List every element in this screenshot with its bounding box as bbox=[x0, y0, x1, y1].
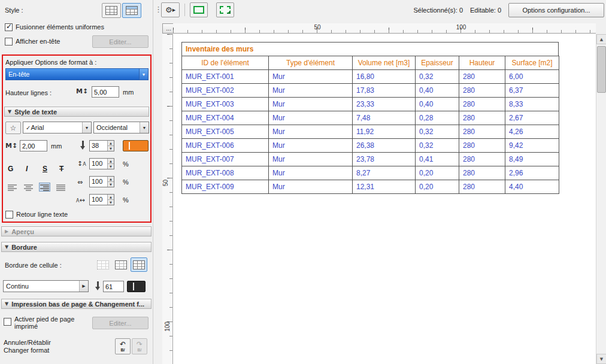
table-cell[interactable]: 280 bbox=[459, 166, 505, 180]
column-header[interactable]: Type d'élément bbox=[269, 56, 353, 70]
table-cell[interactable]: 0,20 bbox=[416, 180, 459, 194]
stepper-arrows[interactable]: ▲▼ bbox=[107, 141, 114, 151]
table-cell[interactable]: 8,27 bbox=[353, 166, 416, 180]
settings-menu-button[interactable]: ⚙ ▶ bbox=[161, 2, 180, 17]
table-cell[interactable]: 0,40 bbox=[416, 84, 459, 98]
preview-section-header[interactable]: ▶ Aperçu bbox=[1, 226, 152, 236]
table-cell[interactable]: 0,28 bbox=[416, 111, 459, 125]
align-justify-button[interactable] bbox=[55, 183, 66, 192]
table-cell[interactable]: 280 bbox=[459, 98, 505, 111]
table-cell[interactable]: Mur bbox=[269, 166, 353, 180]
border-outline-button[interactable] bbox=[113, 257, 129, 272]
table-cell[interactable]: MUR_EXT-008 bbox=[182, 166, 269, 180]
table-cell[interactable]: Mur bbox=[269, 139, 353, 153]
column-header[interactable]: Volume net [m3] bbox=[353, 56, 416, 70]
border-pen-color-swatch[interactable] bbox=[127, 281, 146, 292]
table-cell[interactable]: 280 bbox=[459, 111, 505, 125]
bold-button[interactable]: G bbox=[8, 165, 13, 173]
table-cell[interactable]: MUR_EXT-002 bbox=[182, 84, 269, 98]
arrow-down-icon[interactable]: ▼ bbox=[108, 164, 114, 169]
table-cell[interactable]: 0,41 bbox=[416, 153, 459, 166]
merge-uniform-checkbox[interactable] bbox=[5, 23, 13, 31]
style-header-table-button[interactable] bbox=[122, 3, 141, 18]
char-spacing-stepper[interactable]: 100 ▲▼ bbox=[89, 194, 114, 205]
border-section-header[interactable]: ▼ Bordure bbox=[1, 242, 152, 252]
italic-button[interactable]: I bbox=[26, 165, 28, 173]
font-select[interactable]: ✓Arial ▼ bbox=[23, 122, 92, 134]
scroll-up-button[interactable]: ▲ bbox=[596, 34, 606, 44]
edit-items-button[interactable] bbox=[216, 2, 234, 17]
schedule-title[interactable]: Inventaire des murs bbox=[181, 42, 559, 56]
table-cell[interactable]: MUR_EXT-009 bbox=[182, 180, 269, 194]
table-cell[interactable]: Mur bbox=[269, 98, 353, 111]
footer-section-header[interactable]: ▼ Impression bas de page & Changement f.… bbox=[1, 299, 152, 309]
border-pen-input[interactable] bbox=[103, 281, 124, 292]
text-style-section-header[interactable]: ▼ Style de texte bbox=[4, 107, 149, 117]
table-cell[interactable]: MUR_EXT-006 bbox=[182, 139, 269, 153]
table-cell[interactable]: 0,32 bbox=[416, 125, 459, 139]
table-cell[interactable]: 280 bbox=[459, 125, 505, 139]
table-cell[interactable]: MUR_EXT-001 bbox=[182, 70, 269, 84]
footer-enable-checkbox[interactable] bbox=[4, 318, 11, 326]
table-cell[interactable]: 0,40 bbox=[416, 98, 459, 111]
table-cell[interactable]: 9,42 bbox=[505, 139, 559, 153]
arrow-up-icon[interactable]: ▲ bbox=[108, 159, 114, 164]
arrow-down-icon[interactable]: ▼ bbox=[108, 200, 114, 205]
undo-format-button[interactable]: ↶ B/ bbox=[115, 338, 131, 354]
line-type-select[interactable]: Continu ▶ bbox=[3, 280, 89, 292]
table-cell[interactable]: 280 bbox=[459, 153, 505, 166]
align-center-button[interactable] bbox=[23, 183, 34, 192]
table-cell[interactable]: 280 bbox=[459, 70, 505, 84]
table-cell[interactable]: Mur bbox=[269, 153, 353, 166]
stepper-arrows[interactable]: ▲▼ bbox=[107, 195, 114, 205]
table-cell[interactable]: MUR_EXT-007 bbox=[182, 153, 269, 166]
table-cell[interactable]: 280 bbox=[459, 84, 505, 98]
table-cell[interactable]: 280 bbox=[459, 180, 505, 194]
column-header[interactable]: Hauteur bbox=[459, 56, 505, 70]
options-configuration-button[interactable]: Options configuration... bbox=[508, 3, 604, 17]
align-left-button[interactable] bbox=[7, 183, 18, 192]
scrollbar-thumb[interactable] bbox=[597, 46, 606, 93]
table-cell[interactable]: 280 bbox=[459, 139, 505, 153]
table-cell[interactable]: 2,96 bbox=[505, 166, 559, 180]
script-select[interactable]: Occidental ▼ bbox=[93, 122, 149, 134]
table-cell[interactable]: 0,20 bbox=[416, 166, 459, 180]
table-cell[interactable]: Mur bbox=[269, 111, 353, 125]
table-cell[interactable]: MUR_EXT-003 bbox=[182, 98, 269, 111]
text-height-input[interactable] bbox=[20, 140, 47, 151]
vertical-scrollbar[interactable]: ▲ ▼ bbox=[596, 34, 606, 364]
strikethrough-button[interactable]: T bbox=[59, 165, 63, 173]
arrow-up-icon[interactable]: ▲ bbox=[108, 177, 114, 182]
stepper-arrows[interactable]: ▲▼ bbox=[107, 159, 114, 169]
table-cell[interactable]: 0,32 bbox=[416, 139, 459, 153]
arrow-up-icon[interactable]: ▲ bbox=[108, 141, 114, 146]
favorite-style-button[interactable]: ☆ bbox=[5, 122, 21, 134]
table-cell[interactable]: 17,83 bbox=[353, 84, 416, 98]
table-cell[interactable]: 6,37 bbox=[505, 84, 559, 98]
table-cell[interactable]: 4,40 bbox=[505, 180, 559, 194]
line-spacing-stepper[interactable]: 100 ▲▼ bbox=[89, 158, 114, 169]
table-cell[interactable]: 12,31 bbox=[353, 180, 416, 194]
table-cell[interactable]: 2,67 bbox=[505, 111, 559, 125]
width-factor-stepper[interactable]: 100 ▲▼ bbox=[89, 176, 114, 187]
column-header[interactable]: Epaisseur bbox=[416, 56, 459, 70]
redo-format-button[interactable]: ↷ B/ bbox=[132, 338, 147, 354]
underline-button[interactable]: S bbox=[43, 165, 47, 173]
table-cell[interactable]: 6,00 bbox=[505, 70, 559, 84]
table-cell[interactable]: 16,80 bbox=[353, 70, 416, 84]
table-cell[interactable]: 8,33 bbox=[505, 98, 559, 111]
align-right-button[interactable] bbox=[39, 183, 50, 192]
footer-edit-button[interactable]: Editer... bbox=[92, 317, 149, 329]
table-cell[interactable]: MUR_EXT-004 bbox=[182, 111, 269, 125]
arrow-down-icon[interactable]: ▼ bbox=[108, 146, 114, 151]
table-cell[interactable]: Mur bbox=[269, 125, 353, 139]
table-cell[interactable]: Mur bbox=[269, 180, 353, 194]
column-header[interactable]: Surface [m2] bbox=[505, 56, 559, 70]
table-cell[interactable]: Mur bbox=[269, 84, 353, 98]
table-cell[interactable]: 7,48 bbox=[353, 111, 416, 125]
text-wrap-checkbox[interactable] bbox=[5, 211, 13, 219]
stepper-arrows[interactable]: ▲▼ bbox=[107, 177, 114, 187]
show-header-checkbox[interactable] bbox=[5, 38, 13, 46]
row-height-input[interactable] bbox=[92, 86, 119, 98]
text-pen-color-swatch[interactable] bbox=[123, 140, 149, 151]
